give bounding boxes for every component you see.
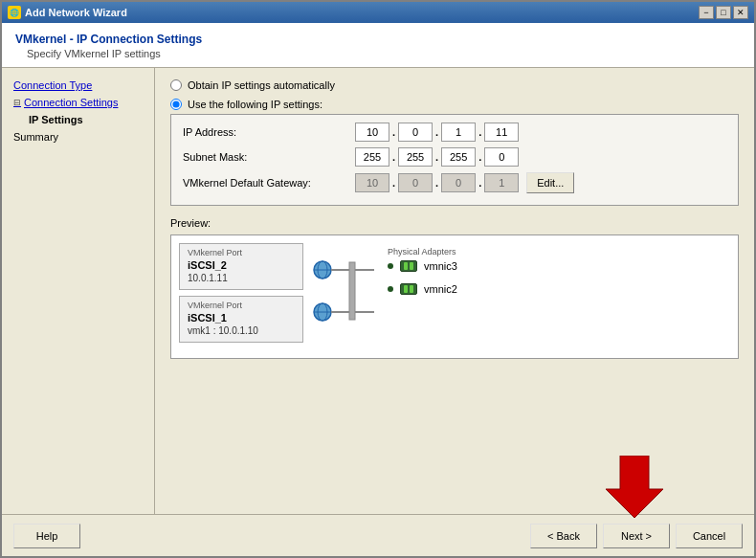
ip-octet-4[interactable] — [484, 123, 519, 142]
port-box-iscsi1: VMkernel Port iSCSI_1 vmk1 : 10.0.1.10 — [179, 296, 303, 343]
port-name-iscsi1: iSCSI_1 — [188, 312, 295, 324]
cancel-button[interactable]: Cancel — [676, 524, 743, 548]
subnet-mask-inputs: . . . — [355, 147, 519, 167]
gateway-label: VMkernel Default Gateway: — [183, 177, 355, 189]
sidebar: Connection Type ⊟ Connection Settings IP… — [2, 68, 155, 514]
ip-octet-2[interactable] — [398, 123, 433, 142]
close-button[interactable]: ✕ — [733, 6, 748, 19]
port-ip-iscsi2: 10.0.1.11 — [188, 273, 295, 283]
gateway-dot-1: . — [391, 177, 396, 189]
window-icon: 🌐 — [8, 6, 21, 19]
radio-manual-option[interactable]: Use the following IP settings: — [170, 99, 739, 110]
ip-address-row: IP Address: . . . — [183, 123, 726, 142]
preview-label: Preview: — [170, 217, 739, 229]
gateway-octet-3 — [441, 173, 476, 192]
sidebar-item-ip-settings: IP Settings — [10, 112, 146, 127]
connection-settings-label: Connection Settings — [24, 97, 118, 108]
nic-port-1 — [404, 262, 408, 270]
title-bar-text: 🌐 Add Network Wizard — [8, 6, 699, 19]
gateway-octet-2 — [398, 173, 433, 192]
connector-svg — [307, 243, 384, 339]
subnet-mask-row: Subnet Mask: . . . — [183, 147, 726, 167]
subnet-dot-3: . — [478, 151, 482, 163]
nic-port-2 — [410, 262, 413, 270]
subnet-mask-label: Subnet Mask: — [183, 151, 355, 163]
port-box-label-2: VMkernel Port — [188, 301, 295, 310]
maximize-button[interactable]: □ — [716, 6, 731, 19]
gateway-octet-1 — [355, 173, 389, 192]
port-ip-iscsi1: vmk1 : 10.0.1.10 — [188, 325, 295, 336]
content-area: Obtain IP settings automatically Use the… — [155, 68, 754, 514]
subnet-octet-3[interactable] — [441, 147, 476, 167]
vmkernel-ports: VMkernel Port iSCSI_2 10.0.1.11 VMkernel… — [179, 243, 303, 343]
sidebar-item-summary: Summary — [10, 129, 146, 145]
main-window: 🌐 Add Network Wizard − □ ✕ VMkernel - IP… — [0, 0, 756, 558]
title-bar-buttons: − □ ✕ — [699, 6, 748, 19]
main-content: Connection Type ⊟ Connection Settings IP… — [2, 68, 754, 514]
adapter-name-vmnic3: vmnic3 — [424, 260, 457, 272]
footer-left: Help — [13, 524, 80, 548]
gateway-row: VMkernel Default Gateway: . . . Edit... — [183, 172, 726, 193]
preview-box: VMkernel Port iSCSI_2 10.0.1.11 VMkernel… — [170, 234, 739, 359]
edit-button[interactable]: Edit... — [526, 172, 574, 193]
sidebar-item-connection-settings[interactable]: ⊟ Connection Settings — [10, 95, 146, 110]
port-box-iscsi2: VMkernel Port iSCSI_2 10.0.1.11 — [179, 243, 303, 290]
connection-type-label: Connection Type — [13, 79, 92, 91]
minimize-button[interactable]: − — [699, 6, 714, 19]
header: VMkernel - IP Connection Settings Specif… — [2, 23, 754, 68]
port-name-iscsi2: iSCSI_2 — [188, 259, 295, 271]
port-box-label-1: VMkernel Port — [188, 248, 295, 257]
svg-rect-8 — [349, 262, 355, 320]
gateway-inputs: . . . — [355, 173, 519, 192]
nic-icon-vmnic3 — [400, 260, 417, 272]
ip-address-inputs: . . . — [355, 123, 519, 142]
footer-right: < Back Next > Cancel — [530, 524, 743, 548]
dot-vmnic3 — [388, 263, 393, 269]
subnet-octet-1[interactable] — [355, 147, 389, 167]
ip-dot-1: . — [391, 126, 396, 138]
ip-settings-fieldset: IP Address: . . . Subnet Mask: — [170, 114, 739, 206]
title-bar: 🌐 Add Network Wizard − □ ✕ — [2, 2, 754, 23]
summary-label: Summary — [13, 131, 58, 143]
ip-address-label: IP Address: — [183, 126, 355, 138]
back-button[interactable]: < Back — [530, 524, 597, 548]
ip-octet-3[interactable] — [441, 123, 476, 142]
help-button[interactable]: Help — [13, 524, 80, 548]
subnet-octet-2[interactable] — [398, 147, 433, 167]
adapter-vmnic2: vmnic2 — [388, 283, 457, 295]
radio-auto-label: Obtain IP settings automatically — [188, 79, 335, 91]
nic-icon-vmnic2 — [400, 283, 417, 295]
sidebar-item-connection-type[interactable]: Connection Type — [10, 78, 146, 93]
subnet-dot-2: . — [434, 151, 439, 163]
next-button[interactable]: Next > — [603, 524, 670, 548]
physical-adapters-section: Physical Adapters vmnic3 — [388, 247, 457, 343]
dot-vmnic2 — [388, 286, 393, 292]
subnet-octet-4[interactable] — [484, 147, 519, 167]
gateway-octet-4 — [484, 173, 519, 192]
tree-minus-icon: ⊟ — [13, 98, 21, 107]
phys-adapters-label: Physical Adapters — [388, 247, 457, 257]
gateway-dot-2: . — [434, 177, 439, 189]
window-title: Add Network Wizard — [25, 7, 127, 18]
radio-manual-label: Use the following IP settings: — [188, 99, 322, 110]
radio-manual-input[interactable] — [170, 99, 182, 110]
subnet-dot-1: . — [391, 151, 396, 163]
ip-octet-1[interactable] — [355, 123, 389, 142]
radio-auto-input[interactable] — [170, 79, 182, 91]
ip-dot-3: . — [478, 126, 482, 138]
gateway-dot-3: . — [478, 177, 482, 189]
ip-settings-label: IP Settings — [29, 114, 83, 125]
adapter-name-vmnic2: vmnic2 — [424, 283, 457, 295]
ip-dot-2: . — [434, 126, 439, 138]
footer: Help < Back Next > Cancel — [2, 514, 754, 556]
header-title: VMkernel - IP Connection Settings — [15, 33, 741, 46]
adapter-vmnic3: vmnic3 — [388, 260, 457, 272]
nic-port-4 — [410, 285, 413, 293]
radio-auto-option[interactable]: Obtain IP settings automatically — [170, 79, 739, 91]
header-subtitle: Specify VMkernel IP settings — [15, 48, 741, 59]
nic-port-3 — [404, 285, 408, 293]
